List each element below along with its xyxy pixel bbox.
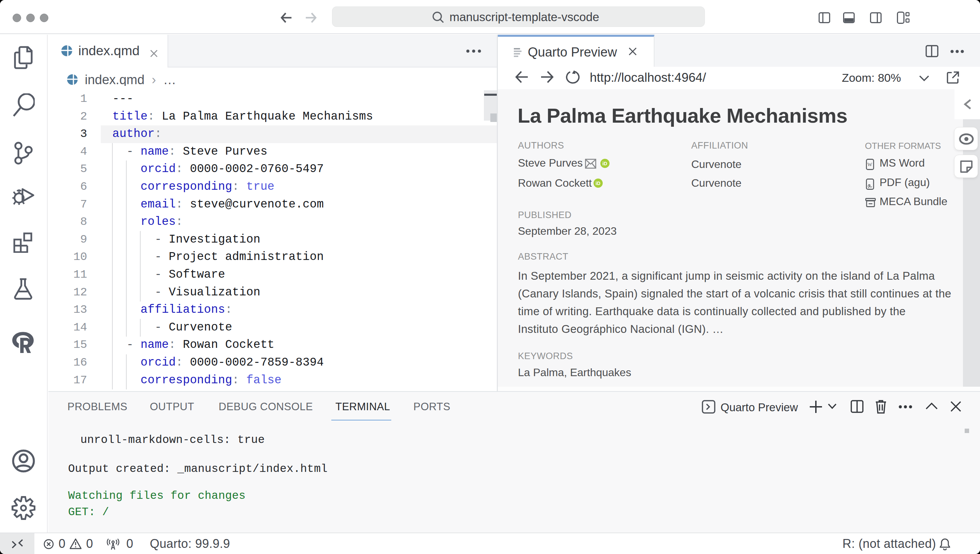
svg-text:iD: iD: [602, 161, 607, 166]
svg-text:W: W: [867, 162, 872, 167]
svg-text:iD: iD: [595, 180, 600, 186]
